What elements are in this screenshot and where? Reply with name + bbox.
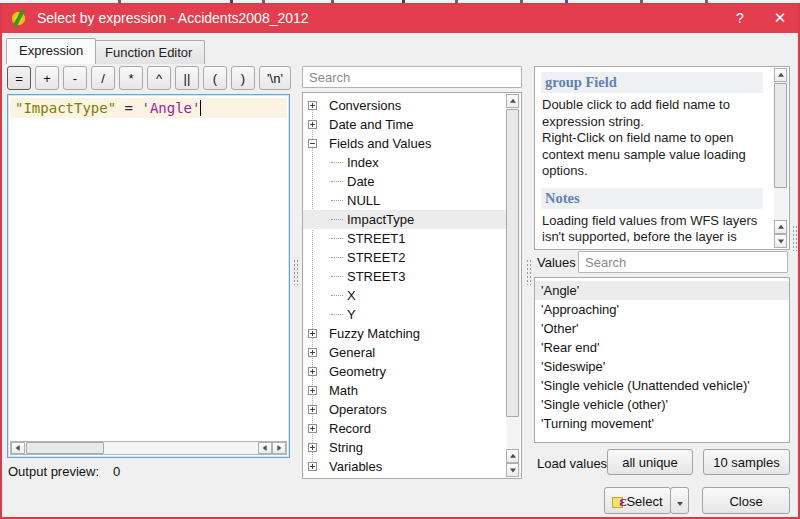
tree-item-null[interactable]: NULL xyxy=(303,191,506,210)
scroll-right-button[interactable] xyxy=(272,442,286,454)
select-dropdown-button[interactable] xyxy=(670,487,689,514)
tree-item-label: Variables xyxy=(329,457,382,476)
value-item[interactable]: 'Other' xyxy=(535,319,789,338)
tree-item-impacttype[interactable]: ImpactType xyxy=(303,210,506,229)
tab-expression[interactable]: Expression xyxy=(6,38,96,64)
collapse-icon[interactable] xyxy=(308,139,317,148)
scroll-up-button[interactable] xyxy=(774,68,787,82)
operator-button--[interactable]: - xyxy=(63,66,87,90)
samples-button[interactable]: 10 samples xyxy=(703,449,790,475)
tree-item-index[interactable]: Index xyxy=(303,153,506,172)
values-search-input[interactable] xyxy=(578,251,788,273)
tree-item-variables[interactable]: Variables xyxy=(303,457,506,476)
expand-icon[interactable] xyxy=(308,386,317,395)
tree-item-string[interactable]: String xyxy=(303,438,506,457)
scrollbar-thumb[interactable] xyxy=(26,442,104,454)
tree-item-record[interactable]: Record xyxy=(303,419,506,438)
expand-icon[interactable] xyxy=(308,120,317,129)
help-content: group Field Double click to add field na… xyxy=(541,72,763,244)
help-paragraph: Double click to add field name to expres… xyxy=(542,97,763,130)
select-by-expression-dialog: Select by expression - Accidents2008_201… xyxy=(0,3,800,519)
splitter-handle-right[interactable] xyxy=(526,259,531,285)
scrollbar-thumb[interactable] xyxy=(506,109,519,417)
tree-item-x[interactable]: X xyxy=(303,286,506,305)
tree-item-operators[interactable]: Operators xyxy=(303,400,506,419)
expand-icon[interactable] xyxy=(308,462,317,471)
scroll-down-button[interactable] xyxy=(506,463,519,477)
operator-button-^[interactable]: ^ xyxy=(147,66,171,90)
scroll-left-button-2[interactable] xyxy=(258,442,272,454)
tree-item-street2[interactable]: STREET2 xyxy=(303,248,506,267)
close-window-button[interactable]: ✕ xyxy=(760,9,800,27)
value-item[interactable]: 'Turning movement' xyxy=(535,414,789,433)
scroll-up-button[interactable] xyxy=(506,94,519,108)
tree-item-street1[interactable]: STREET1 xyxy=(303,229,506,248)
tree-item-label: String xyxy=(329,438,363,457)
operator-button-)[interactable]: ) xyxy=(231,66,255,90)
tree-item-label: NULL xyxy=(347,191,380,210)
splitter-handle-edge[interactable] xyxy=(792,225,797,251)
help-vertical-scrollbar[interactable] xyxy=(774,68,788,248)
value-item[interactable]: 'Single vehicle (Unattended vehicle)' xyxy=(535,376,789,395)
close-button[interactable]: Close xyxy=(702,487,790,514)
scroll-left-button[interactable] xyxy=(11,442,25,454)
function-search-input[interactable] xyxy=(302,66,522,88)
tree-item-fuzzy-matching[interactable]: Fuzzy Matching xyxy=(303,324,506,343)
tree-item-date[interactable]: Date xyxy=(303,172,506,191)
operator-button-([interactable]: ( xyxy=(203,66,227,90)
tree-item-label: STREET1 xyxy=(347,229,406,248)
expand-icon[interactable] xyxy=(308,101,317,110)
help-titlebar-button[interactable]: ? xyxy=(720,10,760,26)
expression-editor[interactable]: "ImpactType" = 'Angle' xyxy=(7,94,290,458)
tree-branch-line xyxy=(331,314,343,315)
splitter-handle-left[interactable] xyxy=(293,259,298,285)
values-list[interactable]: 'Angle''Approaching''Other''Rear end''Si… xyxy=(534,277,790,443)
expand-icon[interactable] xyxy=(308,424,317,433)
tree-item-label: Record xyxy=(329,419,371,438)
value-item[interactable]: 'Rear end' xyxy=(535,338,789,357)
scroll-up-button-2[interactable] xyxy=(506,449,519,463)
operator-button-row: =+-/*^||()'\n' xyxy=(7,66,291,90)
tree-item-street3[interactable]: STREET3 xyxy=(303,267,506,286)
expand-icon[interactable] xyxy=(308,443,317,452)
operator-button-newline[interactable]: '\n' xyxy=(259,66,291,90)
titlebar[interactable]: Select by expression - Accidents2008_201… xyxy=(0,3,800,33)
expression-text: "ImpactType" = 'Angle' xyxy=(15,100,201,116)
scroll-down-button[interactable] xyxy=(774,234,787,248)
expression-field-token: "ImpactType" xyxy=(15,100,116,116)
expand-icon[interactable] xyxy=(308,329,317,338)
operator-button-/[interactable]: / xyxy=(91,66,115,90)
value-item[interactable]: 'Single vehicle (other)' xyxy=(535,395,789,414)
tree-item-label: X xyxy=(347,286,356,305)
expand-icon[interactable] xyxy=(308,348,317,357)
all-unique-button[interactable]: all unique xyxy=(607,449,693,475)
tree-item-label: Fuzzy Matching xyxy=(329,324,420,343)
tree-item-math[interactable]: Math xyxy=(303,381,506,400)
tab-function-editor[interactable]: Function Editor xyxy=(92,40,205,64)
scrollbar-thumb[interactable] xyxy=(774,83,787,188)
tree-item-fields-and-values[interactable]: Fields and Values xyxy=(303,134,506,153)
tree-item-label: ImpactType xyxy=(347,210,414,229)
tree-vertical-scrollbar[interactable] xyxy=(506,94,520,477)
tree-item-date-and-time[interactable]: Date and Time xyxy=(303,115,506,134)
function-help-panel[interactable]: group Field Double click to add field na… xyxy=(534,66,790,250)
value-item[interactable]: 'Angle' xyxy=(535,281,789,300)
tree-item-geometry[interactable]: Geometry xyxy=(303,362,506,381)
select-button[interactable]: ε Select xyxy=(604,487,671,514)
operator-button-*[interactable]: * xyxy=(119,66,143,90)
operator-button-=[interactable]: = xyxy=(7,66,31,90)
tree-item-general[interactable]: General xyxy=(303,343,506,362)
function-tree[interactable]: ConversionsDate and TimeFields and Value… xyxy=(302,92,522,479)
tree-item-y[interactable]: Y xyxy=(303,305,506,324)
scroll-up-button-2[interactable] xyxy=(774,220,787,234)
tree-item-conversions[interactable]: Conversions xyxy=(303,96,506,115)
expand-icon[interactable] xyxy=(308,367,317,376)
operator-button-||[interactable]: || xyxy=(175,66,199,90)
tree-item-label: Math xyxy=(329,381,358,400)
operator-button-+[interactable]: + xyxy=(35,66,59,90)
expand-icon[interactable] xyxy=(308,405,317,414)
value-item[interactable]: 'Sideswipe' xyxy=(535,357,789,376)
editor-horizontal-scrollbar[interactable] xyxy=(10,441,287,455)
value-item[interactable]: 'Approaching' xyxy=(535,300,789,319)
tree-item-label: Conversions xyxy=(329,96,401,115)
